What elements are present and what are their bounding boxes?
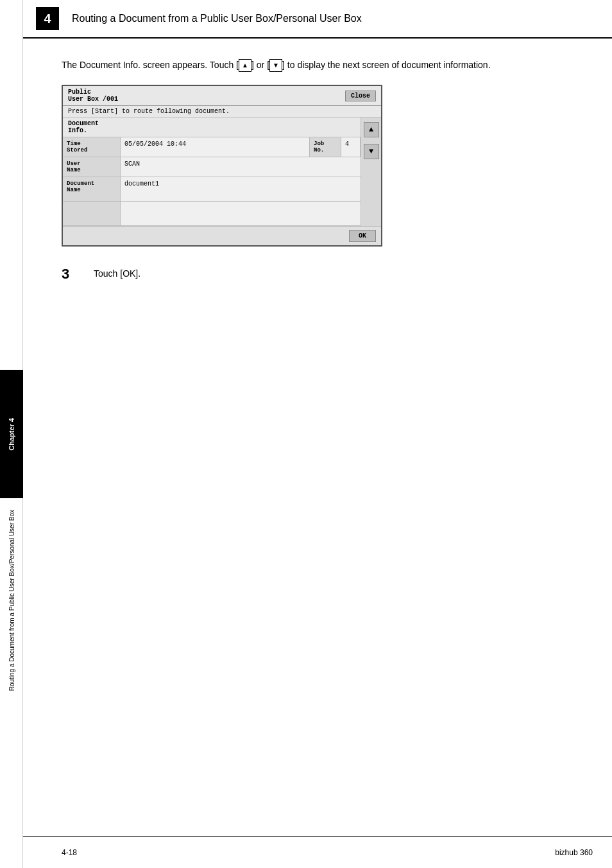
intro-text3: ] to display the next screen of document… bbox=[282, 60, 491, 70]
user-label-1: User bbox=[67, 161, 116, 167]
doc-label-2: Name bbox=[67, 187, 116, 193]
page-header: 4 Routing a Document from a Public User … bbox=[23, 0, 612, 39]
screen-header-line2: User Box /001 bbox=[68, 96, 118, 103]
down-arrow-symbol: ▼ bbox=[269, 59, 282, 72]
up-arrow-symbol: ▲ bbox=[239, 59, 251, 72]
main-content: The Document Info. screen appears. Touch… bbox=[23, 39, 612, 836]
screen-section-label: Document Info. bbox=[63, 117, 361, 137]
screen-subheader: Press [Start] to route following documen… bbox=[63, 106, 381, 117]
page-footer: 4-18 bizhub 360 bbox=[23, 836, 612, 868]
document-name-value: document1 bbox=[121, 177, 361, 201]
sidebar-title-text: Routing a Document from a Public User Bo… bbox=[8, 510, 15, 691]
job-label-2: No. bbox=[314, 147, 337, 153]
screen-header-left: Public User Box /001 bbox=[68, 89, 118, 103]
intro-text1: The Document Info. screen appears. Touch… bbox=[62, 60, 239, 70]
screen-row-document: Document Name document1 bbox=[63, 177, 361, 202]
screen-row-time: Time Stored 05/05/2004 10:44 Job No. 4 bbox=[63, 137, 361, 157]
user-name-label: User Name bbox=[63, 157, 121, 177]
screen-header-line1: Public bbox=[68, 89, 118, 96]
empty-label bbox=[63, 202, 121, 225]
step-3-container: 3 Touch [OK]. bbox=[62, 266, 586, 282]
screen-row-user: User Name SCAN bbox=[63, 157, 361, 177]
ok-button[interactable]: OK bbox=[349, 230, 376, 242]
job-no-label: Job No. bbox=[309, 137, 341, 157]
document-name-label: Document Name bbox=[63, 177, 121, 201]
intro-text2: ] or [ bbox=[251, 60, 269, 70]
screen-mockup: Public User Box /001 Close Press [Start]… bbox=[62, 85, 382, 247]
step-3-number: 3 bbox=[62, 266, 81, 282]
brand-name: bizhub 360 bbox=[555, 848, 593, 857]
chapter-number: 4 bbox=[44, 12, 51, 26]
intro-paragraph: The Document Info. screen appears. Touch… bbox=[62, 58, 586, 72]
sidebar-below: Routing a Document from a Public User Bo… bbox=[0, 505, 23, 691]
doc-label-1: Document bbox=[67, 180, 116, 187]
empty-value bbox=[121, 202, 361, 225]
sidebar-chapter-label: Chapter 4 bbox=[8, 418, 15, 451]
user-label-2: Name bbox=[67, 167, 116, 173]
section-label-line2: Info. bbox=[68, 127, 355, 134]
time-stored-label: Time Stored bbox=[63, 137, 121, 157]
screen-grid: Document Info. Time Stored 05/05/2004 10… bbox=[63, 117, 361, 226]
step-3-text: Touch [OK]. bbox=[94, 266, 140, 279]
page-number: 4-18 bbox=[62, 848, 77, 857]
screen-bottom-bar: OK bbox=[63, 226, 381, 245]
time-stored-value: 05/05/2004 10:44 bbox=[121, 137, 309, 157]
sidebar-chapter-tab: Chapter 4 bbox=[0, 370, 23, 498]
screen-content-area: Document Info. Time Stored 05/05/2004 10… bbox=[63, 117, 381, 226]
time-label-2: Stored bbox=[67, 147, 116, 153]
section-label-line1: Document bbox=[68, 120, 355, 127]
screen-row-empty bbox=[63, 202, 361, 226]
screen-header-bar: Public User Box /001 Close bbox=[63, 86, 381, 106]
close-button[interactable]: Close bbox=[345, 91, 376, 101]
job-label-1: Job bbox=[314, 141, 337, 147]
screen-scroll-sidebar: ▲ ▼ bbox=[361, 117, 381, 226]
screen-body: Document Info. Time Stored 05/05/2004 10… bbox=[63, 117, 381, 245]
user-name-value: SCAN bbox=[121, 157, 361, 177]
time-label-1: Time bbox=[67, 141, 116, 147]
scroll-up-button[interactable]: ▲ bbox=[364, 122, 379, 137]
sidebar: Chapter 4 Routing a Document from a Publ… bbox=[0, 0, 23, 868]
chapter-number-box: 4 bbox=[36, 7, 59, 30]
page-title: Routing a Document from a Public User Bo… bbox=[72, 13, 362, 24]
scroll-down-button[interactable]: ▼ bbox=[364, 144, 379, 159]
job-no-value: 4 bbox=[341, 137, 361, 157]
